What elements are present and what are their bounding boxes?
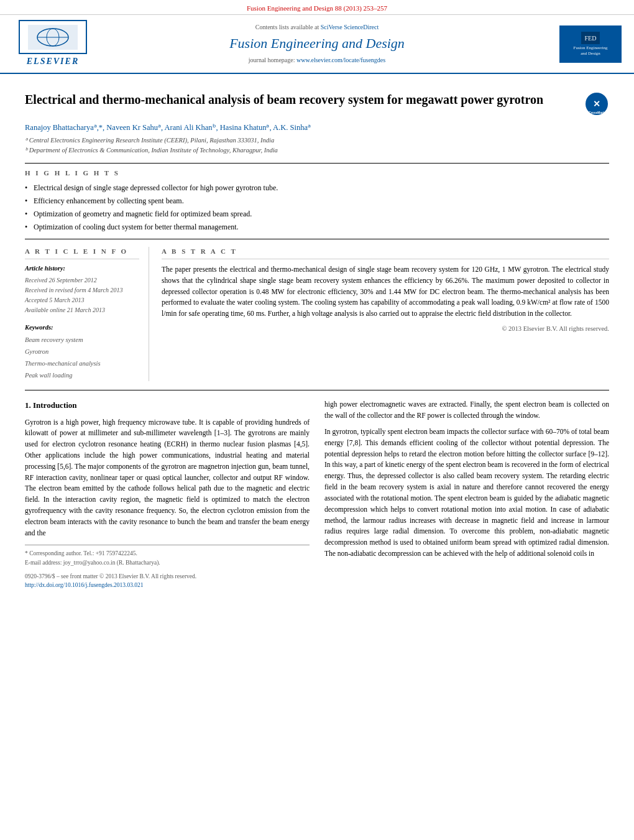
intro-heading: 1. Introduction (25, 399, 310, 412)
paper-title: Electrical and thermo-mechanical analysi… (25, 91, 578, 108)
sciverse-line: Contents lists available at SciVerse Sci… (93, 23, 541, 32)
body-para2: high power electromagnetic waves are ext… (324, 399, 609, 422)
history-entry: Available online 21 March 2013 (25, 305, 139, 315)
journal-title-section: Contents lists available at SciVerse Sci… (93, 23, 541, 65)
keyword: Thermo-mechanical analysis (25, 358, 139, 370)
keywords-list: Beam recovery system Gyrotron Thermo-mec… (25, 335, 139, 382)
footnote-section: * Corresponding author. Tel.: +91 759742… (25, 545, 310, 589)
highlights-list: Electrical design of single stage depres… (25, 182, 609, 233)
highlight-item: Optimization of cooling duct system for … (25, 221, 609, 234)
svg-text:✕: ✕ (593, 99, 600, 109)
keyword: Beam recovery system (25, 335, 139, 346)
body-left-col: 1. Introduction Gyrotron is a high power… (25, 399, 310, 589)
authors: Ranajoy Bhattacharyaᵃ,*, Naveen Kr Sahuᵃ… (25, 122, 609, 134)
article-history: Article history: Received 26 September 2… (25, 264, 139, 315)
homepage-link[interactable]: www.elsevier.com/locate/fusengdes (296, 57, 385, 63)
history-entry: Received 26 September 2012 (25, 275, 139, 285)
footnote-doi: http://dx.doi.org/10.1016/j.fusengdes.20… (25, 581, 310, 589)
history-entry: Received in revised form 4 March 2013 (25, 285, 139, 295)
footnote-corresponding: * Corresponding author. Tel.: +91 759742… (25, 549, 310, 558)
article-info: A R T I C L E I N F O Article history: R… (25, 247, 149, 382)
footnote-email: E-mail address: joy_trro@yahoo.co.in (R.… (25, 558, 310, 567)
body-content: 1. Introduction Gyrotron is a high power… (25, 399, 609, 589)
logo-text: Fusion Engineeringand Design (573, 45, 607, 57)
footnote-license: 0920-3796/$ – see front matter © 2013 El… (25, 572, 310, 581)
paper-title-section: Electrical and thermo-mechanical analysi… (25, 91, 609, 116)
svg-text:CrossMark: CrossMark (589, 111, 605, 114)
body-para3: In gyrotron, typically spent electron be… (324, 427, 609, 560)
abstract-section: A B S T R A C T The paper presents the e… (162, 247, 609, 382)
history-label: Article history: (25, 264, 139, 274)
elsevier-box (19, 20, 87, 54)
journal-title: Fusion Engineering and Design (93, 34, 541, 53)
journal-homepage: journal homepage: www.elsevier.com/locat… (93, 56, 541, 65)
highlights-title: H I G H L I G H T S (25, 168, 609, 178)
highlights-section: H I G H L I G H T S Electrical design of… (25, 163, 609, 239)
highlight-item: Optimization of geometry and magnetic fi… (25, 208, 609, 221)
main-content: Electrical and thermo-mechanical analysi… (0, 74, 634, 602)
elsevier-wordmark: ELSEVIER (27, 55, 79, 68)
section-divider (25, 390, 609, 390)
highlight-item: Efficiency enhancement by collecting spe… (25, 195, 609, 208)
keyword: Peak wall loading (25, 370, 139, 382)
article-info-title: A R T I C L E I N F O (25, 247, 139, 259)
info-abstract-section: A R T I C L E I N F O Article history: R… (25, 247, 609, 382)
journal-logo-right: FED Fusion Engineeringand Design (541, 25, 622, 63)
abstract-title: A B S T R A C T (162, 247, 609, 259)
journal-header: ELSEVIER Contents lists available at Sci… (0, 15, 634, 74)
journal-logo-box: FED Fusion Engineeringand Design (559, 25, 622, 63)
copyright: © 2013 Elsevier B.V. All rights reserved… (162, 325, 609, 334)
intro-para1: Gyrotron is a high power, high frequency… (25, 417, 310, 539)
sciverse-link[interactable]: SciVerse ScienceDirect (321, 24, 379, 30)
history-entry: Accepted 5 March 2013 (25, 295, 139, 305)
affiliation-b: ᵇ Department of Electronics & Communicat… (25, 145, 609, 155)
journal-citation: Fusion Engineering and Design 88 (2013) … (0, 0, 634, 15)
keywords-label: Keywords: (25, 324, 53, 331)
highlight-item: Electrical design of single stage depres… (25, 182, 609, 195)
abstract-text: The paper presents the electrical and th… (162, 264, 609, 320)
body-right-col: high power electromagnetic waves are ext… (324, 399, 609, 589)
affiliation-a: ᵃ Central Electronics Engineering Resear… (25, 136, 609, 145)
crossmark-badge[interactable]: ✕ CrossMark (584, 91, 609, 116)
keyword: Gyrotron (25, 346, 139, 358)
svg-text:FED: FED (585, 35, 597, 42)
elsevier-logo-section: ELSEVIER (12, 20, 93, 68)
keywords-section: Keywords: Beam recovery system Gyrotron … (25, 321, 139, 382)
affiliations: ᵃ Central Electronics Engineering Resear… (25, 136, 609, 155)
